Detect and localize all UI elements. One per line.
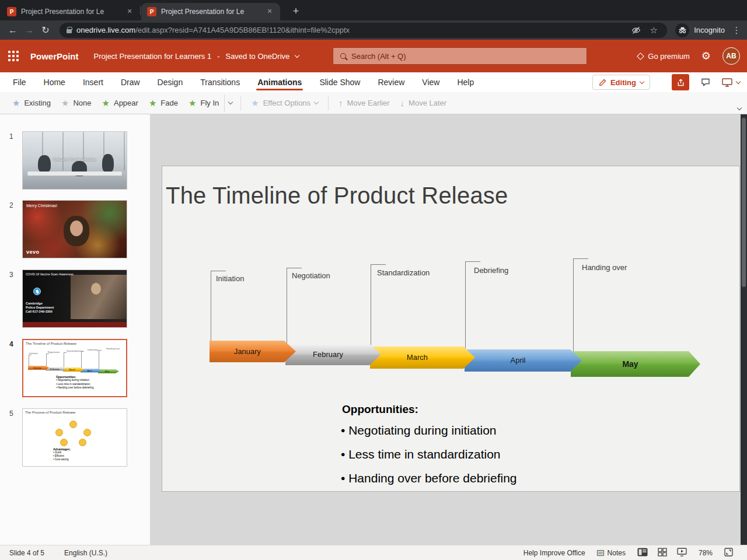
timeline-arrow-january[interactable]: January xyxy=(210,341,296,362)
timeline-arrow-april[interactable]: April xyxy=(465,349,582,372)
ribbon-fly-in[interactable]: ★ Fly In xyxy=(183,92,224,114)
tab-close-icon[interactable]: × xyxy=(265,7,274,16)
opportunities-list[interactable]: Negotiating during initiation Less time … xyxy=(341,418,517,490)
phase-label-handing-over[interactable]: Handing over xyxy=(582,263,627,272)
notes-toggle[interactable]: Notes xyxy=(597,549,626,557)
thumb3-info-line: Cambridge xyxy=(26,302,54,306)
save-status[interactable]: Saved to OneDrive xyxy=(225,52,289,61)
phase-label-initiation[interactable]: Initiation xyxy=(216,274,244,283)
menu-animations-active[interactable]: Animations xyxy=(257,72,302,92)
slide-thumbnail-5[interactable]: The Process of Product Release Advantage… xyxy=(22,408,127,467)
slide-thumbnail-4-selected[interactable]: The Timeline of Product Release Initiati… xyxy=(22,339,127,397)
tab-close-icon[interactable]: × xyxy=(125,7,134,16)
menu-slide-show[interactable]: Slide Show xyxy=(319,72,360,92)
browser-toolbar: ← → ↻ onedrive.live.com/edit.aspx?resid=… xyxy=(0,20,747,40)
zoom-level[interactable]: 78% xyxy=(699,549,713,557)
back-button[interactable]: ← xyxy=(5,22,21,38)
slide-thumbnail-2[interactable]: Merry Christmas! vevo xyxy=(22,200,127,258)
bookmark-star-icon[interactable]: ☆ xyxy=(647,24,660,37)
browser-menu-icon[interactable]: ⋮ xyxy=(731,25,742,36)
document-title[interactable]: Project Presentation for Learners 1 xyxy=(94,52,212,61)
share-icon xyxy=(676,78,685,87)
scrollbar-thumb[interactable] xyxy=(742,118,746,287)
menu-home[interactable]: Home xyxy=(44,72,65,92)
chevron-down-icon[interactable] xyxy=(736,79,741,83)
menu-insert[interactable]: Insert xyxy=(83,72,103,92)
effect-options-button[interactable]: ★ Effect Options xyxy=(246,92,323,114)
thumb3-banner-strip xyxy=(23,322,127,327)
menu-transitions[interactable]: Transitions xyxy=(200,72,240,92)
slide-thumbnail-1[interactable]: Welcome To Presentation xyxy=(22,131,127,190)
share-button[interactable] xyxy=(672,74,689,90)
move-earlier-label: Move Earlier xyxy=(347,99,390,107)
premium-diamond-icon xyxy=(637,52,644,60)
new-tab-button[interactable]: + xyxy=(288,4,303,19)
url-host: onedrive.live.com xyxy=(76,26,135,34)
eye-blocked-icon[interactable] xyxy=(630,24,643,37)
timeline-arrow-february[interactable]: February xyxy=(285,344,381,365)
menu-draw[interactable]: Draw xyxy=(121,72,140,92)
ribbon-fade[interactable]: ★ Fade xyxy=(144,92,183,114)
collapse-ribbon-icon[interactable] xyxy=(737,106,742,110)
menu-view[interactable]: View xyxy=(422,72,439,92)
phase-label-debriefing[interactable]: Debriefing xyxy=(474,266,508,275)
slide-thumbnail-3[interactable]: COVID-19 Vaccine Scam Awareness Cambridg… xyxy=(22,270,127,328)
menu-file[interactable]: File xyxy=(13,72,26,92)
comments-button[interactable] xyxy=(697,74,714,90)
move-earlier-button[interactable]: ↑ Move Earlier xyxy=(333,92,395,114)
covid-awareness-still: COVID-19 Vaccine Scam Awareness Cambridg… xyxy=(23,270,127,327)
editing-canvas: The Timeline of Product Release Initiati… xyxy=(150,114,747,545)
month-label: January xyxy=(210,341,296,362)
thumb3-info-line: Call 617-349-3300 xyxy=(26,310,54,314)
normal-view-button[interactable] xyxy=(637,548,648,558)
thumb3-caption: COVID-19 Vaccine Scam Awareness xyxy=(26,272,74,276)
thumb4-arrow-january: January xyxy=(28,366,49,370)
phase-label-negotiation[interactable]: Negotiation xyxy=(292,271,330,280)
opportunity-bullet: Less time in standardization xyxy=(341,442,517,466)
timeline-arrow-march[interactable]: March xyxy=(370,346,475,369)
title-separator: - xyxy=(217,52,219,61)
thumb4-arrow-april: April xyxy=(81,369,102,373)
menu-help[interactable]: Help xyxy=(457,72,474,92)
browser-tab-1[interactable]: P Project Presentation for Le × xyxy=(1,3,140,20)
incognito-label: Incognito xyxy=(694,26,725,34)
settings-gear-icon[interactable]: ⚙ xyxy=(701,51,711,61)
slide-title-textbox[interactable]: The Timeline of Product Release xyxy=(166,183,508,209)
ribbon-appear[interactable]: ★ Appear xyxy=(97,92,144,114)
search-input[interactable] xyxy=(351,52,580,61)
opportunity-bullet: Negotiating during initiation xyxy=(341,418,517,442)
phase-label-standardization[interactable]: Standardization xyxy=(377,268,430,277)
move-later-button[interactable]: ↓ Move Later xyxy=(395,92,452,114)
chevron-down-icon[interactable] xyxy=(295,52,299,57)
present-button[interactable] xyxy=(722,78,740,87)
fit-slide-button[interactable] xyxy=(724,548,733,558)
language-button[interactable]: English (U.S.) xyxy=(64,549,107,557)
ribbon-existing[interactable]: ★ Existing xyxy=(7,92,56,114)
current-slide[interactable]: The Timeline of Product Release Initiati… xyxy=(162,166,740,492)
down-arrow-icon: ↓ xyxy=(400,98,405,108)
month-label: May xyxy=(571,351,700,377)
help-improve-office-link[interactable]: Help Improve Office xyxy=(523,549,585,557)
account-avatar[interactable]: AB xyxy=(722,47,740,65)
ribbon-none[interactable]: ★ None xyxy=(56,92,97,114)
go-premium-button[interactable]: Go premium xyxy=(638,52,690,61)
menu-review[interactable]: Review xyxy=(378,72,404,92)
thumb4-title: The Timeline of Product Release xyxy=(26,342,76,345)
forward-button[interactable]: → xyxy=(21,22,37,38)
browser-tab-2-active[interactable]: P Project Presentation for Le × xyxy=(141,3,280,20)
reload-button[interactable]: ↻ xyxy=(37,22,54,38)
app-name: PowerPoint xyxy=(30,51,79,61)
editing-mode-button[interactable]: Editing xyxy=(592,75,650,90)
chevron-down-icon xyxy=(228,100,232,104)
menu-design[interactable]: Design xyxy=(158,72,183,92)
search-box[interactable] xyxy=(333,47,587,65)
opportunities-heading[interactable]: Opportunities: xyxy=(342,403,418,416)
slideshow-view-button[interactable] xyxy=(677,548,687,558)
slide-sorter-view-button[interactable] xyxy=(658,548,667,558)
effects-gallery-dropdown[interactable] xyxy=(224,94,236,112)
address-bar[interactable]: onedrive.live.com/edit.aspx?resid=A741A4… xyxy=(60,23,667,38)
thumb4-phase: Debriefing xyxy=(88,348,98,351)
timeline-arrow-may[interactable]: May xyxy=(571,351,700,377)
vertical-scrollbar[interactable] xyxy=(741,114,747,560)
app-launcher-icon[interactable] xyxy=(8,51,19,61)
